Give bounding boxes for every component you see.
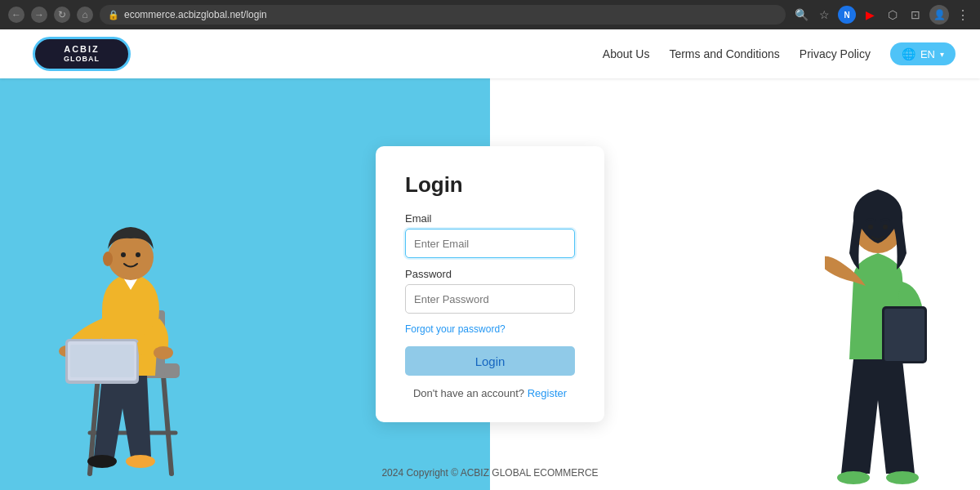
extensions-btn[interactable]: ⬡ — [884, 6, 902, 24]
figure-right — [825, 147, 956, 490]
svg-rect-14 — [70, 345, 134, 377]
email-label: Email — [405, 212, 575, 225]
address-bar[interactable]: 🔒 ecommerce.acbizglobal.net/login — [100, 5, 786, 24]
nav-privacy[interactable]: Privacy Policy — [800, 47, 871, 60]
svg-point-10 — [103, 252, 113, 266]
login-title: Login — [405, 172, 575, 198]
menu-btn[interactable]: ⋮ — [954, 6, 972, 24]
chevron-down-icon: ▾ — [940, 50, 944, 59]
star-action[interactable]: ☆ — [815, 6, 833, 24]
password-label: Password — [405, 268, 575, 280]
logo: ACBIZ GLOBAL — [33, 37, 131, 71]
extension-btn[interactable]: N — [838, 6, 856, 24]
refresh-button[interactable]: ↻ — [54, 7, 70, 23]
svg-point-15 — [154, 346, 173, 359]
home-button[interactable]: ⌂ — [77, 7, 93, 23]
register-prompt: Don't have an account? — [413, 387, 524, 399]
login-button[interactable]: Login — [405, 346, 575, 376]
nav-about[interactable]: About Us — [603, 47, 650, 60]
password-input[interactable] — [405, 284, 575, 314]
url-text: ecommerce.acbizglobal.net/login — [124, 9, 267, 20]
svg-line-1 — [163, 376, 172, 474]
svg-point-9 — [136, 252, 140, 257]
split-view-btn[interactable]: ⊡ — [906, 6, 924, 24]
svg-point-23 — [883, 225, 888, 229]
browser-chrome: ← → ↻ ⌂ 🔒 ecommerce.acbizglobal.net/logi… — [0, 0, 980, 29]
svg-point-17 — [886, 471, 919, 484]
nav-links: About Us Terms and Conditions Privacy Po… — [603, 42, 956, 65]
logo-container[interactable]: ACBIZ GLOBAL — [24, 33, 139, 75]
figure-left — [49, 196, 229, 490]
back-button[interactable]: ← — [8, 7, 24, 23]
navbar: ACBIZ GLOBAL About Us Terms and Conditio… — [0, 29, 980, 78]
browser-action-area: 🔍 ☆ N ▶ ⬡ ⊡ 👤 ⋮ — [792, 5, 972, 24]
page-wrapper: ACBIZ GLOBAL About Us Terms and Conditio… — [0, 29, 980, 490]
nav-terms[interactable]: Terms and Conditions — [669, 47, 779, 60]
main-area: Login Email Password Forgot your passwor… — [0, 78, 980, 490]
footer-copyright: 2024 Copyright © ACBIZ GLOBAL ECOMMERCE — [381, 467, 598, 479]
language-selector[interactable]: 🌐 EN ▾ — [890, 42, 956, 65]
login-card: Login Email Password Forgot your passwor… — [376, 146, 604, 422]
globe-icon: 🌐 — [902, 47, 915, 60]
svg-point-16 — [837, 471, 870, 484]
svg-point-5 — [87, 455, 117, 468]
forward-button[interactable]: → — [31, 7, 47, 23]
email-input[interactable] — [405, 229, 575, 258]
lock-icon: 🔒 — [108, 10, 119, 20]
lang-label: EN — [920, 48, 935, 60]
svg-point-6 — [126, 455, 155, 468]
youtube-btn[interactable]: ▶ — [861, 6, 879, 24]
logo-line1: ACBIZ — [64, 44, 100, 55]
register-link[interactable]: Register — [528, 387, 567, 399]
svg-rect-20 — [884, 309, 924, 361]
forgot-password-link[interactable]: Forgot your password? — [405, 323, 575, 335]
logo-line2: GLOBAL — [64, 55, 100, 64]
svg-point-22 — [868, 225, 873, 229]
svg-point-8 — [121, 252, 126, 257]
profile-btn[interactable]: 👤 — [929, 5, 949, 24]
register-prompt-text: Don't have an account? Register — [405, 387, 575, 399]
search-action[interactable]: 🔍 — [792, 6, 810, 24]
